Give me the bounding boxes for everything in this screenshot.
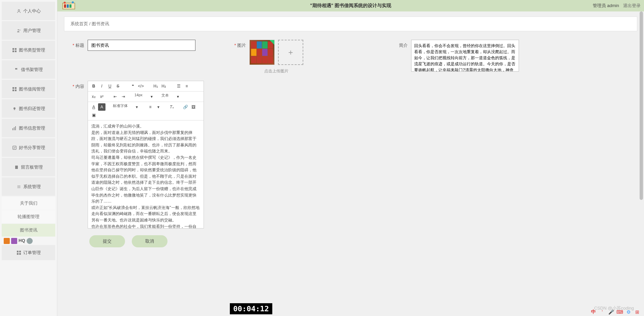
sidebar-sub-booknews[interactable]: 图书资讯 [2, 224, 55, 237]
grid-tray-icon[interactable]: ⊞ [634, 309, 641, 315]
sidebar-item-users[interactable]: 用户管理 [2, 21, 55, 40]
sup-icon[interactable]: x² [98, 93, 105, 100]
scrollbar-thumb[interactable] [640, 11, 643, 200]
svg-rect-5 [12, 50, 14, 52]
breadcrumb-home[interactable]: 系统首页 [70, 21, 88, 26]
quote-icon[interactable]: ❝ [129, 82, 136, 90]
upload-hint: 点击上传图片 [264, 68, 288, 74]
page-title: "期待相遇" 图书借阅系统的设计与实现 [310, 3, 391, 9]
mic-icon[interactable]: 🎤 [608, 309, 614, 315]
sidebar-label: 图书信息管理 [19, 125, 45, 131]
brief-textarea[interactable] [411, 40, 519, 72]
sidebar-sub-about[interactable]: 关于我们 [2, 197, 55, 210]
scrollbar[interactable] [639, 11, 644, 316]
svg-point-30 [72, 1, 74, 3]
bold-icon[interactable]: B [90, 82, 97, 90]
editor-toolbar2: x₂ x² ⇤ ⇥ 14px ▾ 文本 ▾ [88, 92, 204, 102]
svg-point-2 [19, 29, 20, 30]
sidebar-item-system[interactable]: 系统管理 [2, 177, 55, 196]
title-label: 标题 [64, 40, 84, 48]
sidebar-label: 系统管理 [23, 184, 41, 190]
sidebar-item-return[interactable]: 图书归还管理 [2, 99, 55, 118]
svg-rect-8 [15, 87, 17, 89]
image-thumbnail[interactable] [249, 40, 275, 65]
sidebar-item-booktype[interactable]: 图书类型管理 [2, 41, 55, 59]
text-select[interactable]: 文本 [160, 93, 174, 100]
sidebar-item-orders[interactable]: 订单管理 [2, 245, 55, 260]
sidebar-sub-carousel[interactable]: 轮播图管理 [2, 210, 55, 223]
ime-icon[interactable]: 中 [590, 309, 597, 315]
svg-rect-22 [19, 251, 21, 252]
color-icon[interactable]: A [90, 103, 97, 111]
logout-link[interactable]: 退出登录 [623, 3, 641, 9]
add-image-button[interactable]: + [278, 40, 303, 65]
system-tray: 中 ' 🎤 ⌨ ⚙ ⊞ [590, 309, 641, 315]
chart-icon [12, 126, 17, 131]
grid-icon [12, 87, 17, 92]
underline-icon[interactable]: U [106, 82, 114, 90]
align-icon[interactable]: ≡ [147, 103, 154, 111]
sidebar-label: 图书类型管理 [19, 47, 45, 53]
sidebar-label: 借书架管理 [21, 67, 43, 73]
editor-toolbar3: A A 标准字体 ▾ ≡ ▾ Tₓ 🔗 🖼 [88, 102, 204, 120]
settings-icon[interactable]: ⚙ [625, 309, 632, 315]
sidebar-item-borrow[interactable]: 图书借阅管理 [2, 80, 55, 98]
ul-icon[interactable]: ≡ [183, 82, 190, 90]
sidebar-item-personal[interactable]: 个人中心 [2, 2, 55, 20]
video-icon[interactable]: ▣ [90, 111, 97, 119]
sidebar-label: 好书分享管理 [19, 145, 45, 151]
svg-rect-23 [17, 253, 19, 255]
breadcrumb: 系统首页 / 图书资讯 [64, 16, 637, 31]
svg-rect-3 [12, 48, 14, 50]
svg-rect-10 [15, 90, 17, 91]
italic-icon[interactable]: I [98, 82, 105, 90]
users-icon [17, 28, 21, 33]
grid-icon [12, 48, 17, 52]
outdent-icon[interactable]: ⇤ [112, 93, 119, 100]
menu-icon [17, 184, 21, 189]
chevron-down-icon: ▾ [133, 103, 141, 111]
task-app-icon [4, 238, 10, 244]
h1-icon[interactable]: H₁ [152, 82, 159, 90]
link-icon[interactable]: 🔗 [182, 103, 189, 111]
image-icon[interactable]: 🖼 [190, 103, 197, 111]
sidebar-item-message[interactable]: 留言板管理 [2, 158, 55, 176]
check-icon [12, 145, 17, 150]
task-app-icon [11, 238, 17, 244]
editor-toolbar: B I U S ❝ </> H₁ H₂ ☰ ≡ [88, 81, 204, 92]
sub-icon[interactable]: x₂ [90, 93, 97, 100]
sidebar-item-share[interactable]: 好书分享管理 [2, 138, 55, 157]
svg-rect-17 [15, 166, 18, 169]
code-icon[interactable]: </> [137, 82, 145, 90]
clear-icon[interactable]: Tₓ [168, 103, 176, 111]
svg-point-1 [18, 29, 19, 30]
svg-rect-7 [12, 87, 14, 89]
svg-rect-28 [69, 4, 71, 8]
flag-icon [14, 67, 19, 72]
sidebar-item-shelf[interactable]: 借书架管理 [2, 60, 55, 79]
user-icon [17, 9, 21, 13]
doc-icon [14, 165, 19, 170]
chevron-down-icon: ▾ [155, 103, 162, 111]
punct-icon[interactable]: ' [599, 309, 606, 315]
editor-content[interactable]: 流淌，汇成肯子的山间小溪。 是的，面对道途上那无情的嘲讽，面对步伐中那重复的摔跤… [88, 120, 204, 228]
sidebar-item-bookinfo[interactable]: 图书信息管理 [2, 119, 55, 137]
font-select[interactable]: 标准字体 [112, 103, 132, 111]
cancel-button[interactable]: 取消 [132, 235, 167, 247]
strike-icon[interactable]: S [114, 82, 122, 90]
title-input[interactable] [88, 40, 195, 51]
admin-label[interactable]: 管理员 admin [593, 3, 619, 9]
indent-icon[interactable]: ⇥ [120, 93, 127, 100]
h2-icon[interactable]: H₂ [160, 82, 167, 90]
bgcolor-icon[interactable]: A [98, 103, 105, 111]
breadcrumb-current: 图书资讯 [92, 21, 109, 26]
svg-rect-21 [17, 251, 19, 252]
grid-icon [17, 250, 21, 255]
sidebar-label: 订单管理 [23, 250, 41, 256]
submit-button[interactable]: 提交 [89, 235, 125, 247]
brief-label: 简介 [388, 40, 408, 48]
keyboard-icon[interactable]: ⌨ [616, 309, 623, 315]
size-select[interactable]: 14px [133, 93, 147, 100]
ol-icon[interactable]: ☰ [175, 82, 182, 90]
sidebar-label: 图书借阅管理 [19, 86, 45, 92]
